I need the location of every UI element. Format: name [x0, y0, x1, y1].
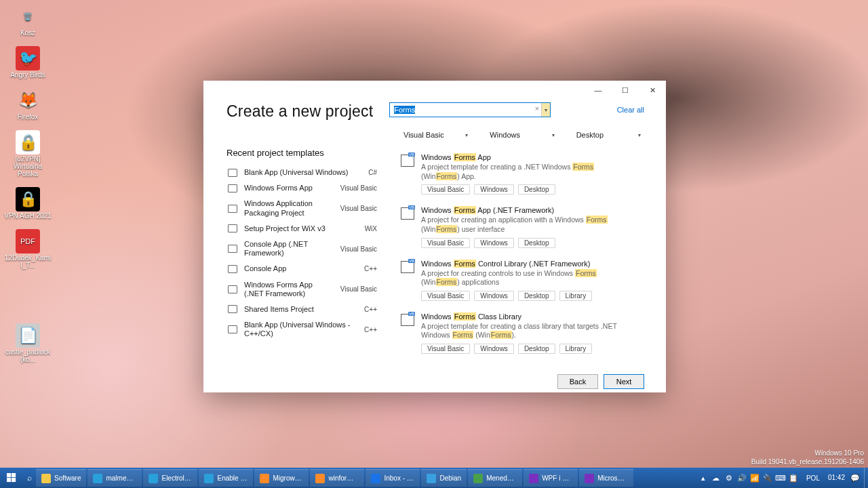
template-tag[interactable]: Desktop — [518, 238, 555, 248]
desktop-icon[interactable]: 🐦Angry Birds — [3, 46, 53, 79]
taskbar-clock[interactable]: 01:42 — [824, 468, 849, 488]
search-dropdown-icon[interactable]: ▾ — [541, 103, 550, 117]
template-description: A project template for creating a class … — [421, 322, 629, 340]
tray-icon[interactable]: ▴ — [697, 468, 709, 488]
app-icon — [93, 474, 102, 483]
desktop-icon[interactable]: 📄castle_padlock (ko... — [3, 323, 53, 363]
template-tag[interactable]: Desktop — [518, 344, 555, 354]
scrollbar[interactable]: ▴ ▾ — [635, 148, 644, 359]
language-filter[interactable]: Visual Basic▾ — [401, 129, 471, 141]
filters: Visual Basic▾ Windows▾ Desktop▾ — [401, 129, 644, 141]
scroll-up-icon[interactable]: ▴ — [635, 148, 644, 157]
tray-icon[interactable]: ⌨ — [774, 468, 787, 488]
search-input[interactable] — [390, 103, 541, 117]
desktop-icon[interactable]: 🔒VPN AGH 2021 — [3, 187, 53, 220]
icon-label: [o2VPN] Wirtualna Polska — [3, 155, 53, 178]
taskbar-app[interactable]: Enable virtualiza... — [199, 469, 253, 487]
template-label: Windows Forms App (.NET Framework) — [244, 281, 334, 298]
recent-templates: Recent project templates Blank App (Univ… — [226, 148, 378, 359]
scroll-thumb[interactable] — [636, 157, 643, 252]
tray-icon[interactable]: 🔌 — [762, 468, 774, 488]
recent-template-item[interactable]: Windows Forms AppVisual Basic — [226, 180, 378, 196]
template-tag[interactable]: Windows — [474, 238, 514, 248]
taskbar-search-icon[interactable]: ⌕ — [23, 468, 35, 488]
start-button[interactable] — [0, 468, 23, 488]
template-tag[interactable]: Visual Basic — [421, 184, 470, 195]
tray-icon[interactable]: 📶 — [749, 468, 761, 488]
project-type-filter[interactable]: Desktop▾ — [574, 129, 644, 141]
template-tag[interactable]: Visual Basic — [421, 238, 470, 248]
recent-heading: Recent project templates — [226, 148, 378, 158]
language-indicator[interactable]: POL — [802, 468, 824, 488]
notifications-icon[interactable]: 💬 — [849, 468, 861, 488]
taskbar-app[interactable]: Microsoft Visual... — [579, 469, 633, 487]
taskbar-app[interactable]: Inbox - kamiljd... — [366, 469, 420, 487]
recent-template-item[interactable]: Setup Project for WiX v3WiX — [226, 221, 378, 237]
template-search[interactable]: × ▾ — [389, 102, 551, 117]
close-button[interactable]: ✕ — [639, 81, 666, 100]
template-label: Shared Items Project — [244, 305, 357, 314]
template-tag[interactable]: Library — [559, 344, 593, 354]
taskbar-app[interactable]: Menedżer zadań — [468, 469, 522, 487]
template-item[interactable]: Windows Forms Control Library (.NET Fram… — [393, 254, 635, 307]
taskbar-app[interactable]: malmesburyma... — [87, 469, 142, 487]
template-label: Setup Project for WiX v3 — [244, 224, 358, 233]
template-tag[interactable]: Windows — [474, 344, 514, 354]
template-tag[interactable]: Visual Basic — [421, 344, 470, 354]
template-tag[interactable]: Library — [559, 291, 593, 301]
taskbar-app[interactable]: winforms/road... — [310, 469, 364, 487]
recent-template-item[interactable]: Windows Forms App (.NET Framework)Visual… — [226, 277, 378, 302]
taskbar-app[interactable]: WPF i Windows ... — [524, 469, 578, 487]
template-tag[interactable]: Windows — [474, 291, 514, 301]
template-language: WiX — [365, 225, 377, 232]
platform-filter[interactable]: Windows▾ — [488, 129, 557, 141]
template-tag[interactable]: Visual Basic — [421, 291, 470, 301]
template-tag[interactable]: Windows — [474, 184, 514, 195]
maximize-button[interactable]: ☐ — [612, 81, 639, 100]
template-name: Windows Forms Class Library — [421, 312, 629, 321]
clear-search-icon[interactable]: × — [535, 104, 539, 113]
windows-logo-icon — [7, 473, 16, 483]
clear-all-link[interactable]: Clear all — [617, 106, 644, 114]
template-tag[interactable]: Desktop — [518, 184, 555, 195]
show-desktop-button[interactable] — [864, 468, 868, 488]
desktop-icon[interactable]: PDF12Dudek_Kamil_T... — [3, 229, 53, 269]
recent-template-item[interactable]: Blank App (Universal Windows - C++/CX)C+… — [226, 317, 378, 342]
app-icon: 📄 — [16, 323, 40, 348]
recent-template-item[interactable]: Console AppC++ — [226, 261, 378, 277]
recent-template-item[interactable]: Blank App (Universal Windows)C# — [226, 165, 378, 180]
taskbar-app[interactable]: Electrolux EW6T... — [143, 469, 197, 487]
template-tag[interactable]: Desktop — [518, 291, 555, 301]
recent-template-item[interactable]: Console App (.NET Framework)Visual Basic — [226, 237, 378, 261]
template-label: Blank App (Universal Windows) — [244, 168, 361, 177]
scroll-down-icon[interactable]: ▾ — [635, 350, 644, 359]
tray-icon[interactable]: 🔊 — [736, 468, 748, 488]
template-language: Visual Basic — [340, 245, 377, 253]
recent-template-item[interactable]: Shared Items ProjectC++ — [226, 302, 378, 317]
template-item[interactable]: Windows Forms Class Library A project te… — [393, 307, 635, 359]
titlebar: — ☐ ✕ — [203, 81, 666, 100]
minimize-button[interactable]: — — [585, 81, 612, 100]
tray-icon[interactable]: ☁ — [710, 468, 722, 488]
app-label: Software — [54, 474, 81, 482]
desktop-icon[interactable]: 🔒[o2VPN] Wirtualna Polska — [3, 130, 53, 178]
template-language: C++ — [364, 265, 377, 272]
desktop-icons: 🗑️Kosz🐦Angry Birds🦊Firefox🔒[o2VPN] Wirtu… — [3, 4, 64, 373]
back-button[interactable]: Back — [557, 374, 598, 389]
taskbar-app[interactable]: Debian — [421, 469, 467, 487]
tray-icon[interactable]: ⚙ — [723, 468, 735, 488]
taskbar-app[interactable]: Migrowanie apli... — [254, 469, 309, 487]
app-icon — [149, 474, 158, 483]
icon-label: 12Dudek_Kamil_T... — [3, 254, 53, 269]
taskbar-app[interactable]: Software — [36, 469, 86, 487]
template-item[interactable]: Windows Forms App (.NET Framework) A pro… — [393, 201, 635, 253]
template-label: Console App (.NET Framework) — [244, 240, 334, 258]
next-button[interactable]: Next — [604, 374, 644, 389]
tray-icon[interactable]: 📋 — [787, 468, 800, 488]
template-tags: Visual BasicWindowsDesktop — [421, 184, 629, 195]
recent-template-item[interactable]: Windows Application Packaging ProjectVis… — [226, 196, 378, 220]
desktop-icon[interactable]: 🦊Firefox — [3, 88, 53, 121]
icon-label: Kosz — [3, 29, 53, 37]
desktop-icon[interactable]: 🗑️Kosz — [3, 4, 53, 37]
template-item[interactable]: Windows Forms App A project template for… — [393, 148, 635, 201]
